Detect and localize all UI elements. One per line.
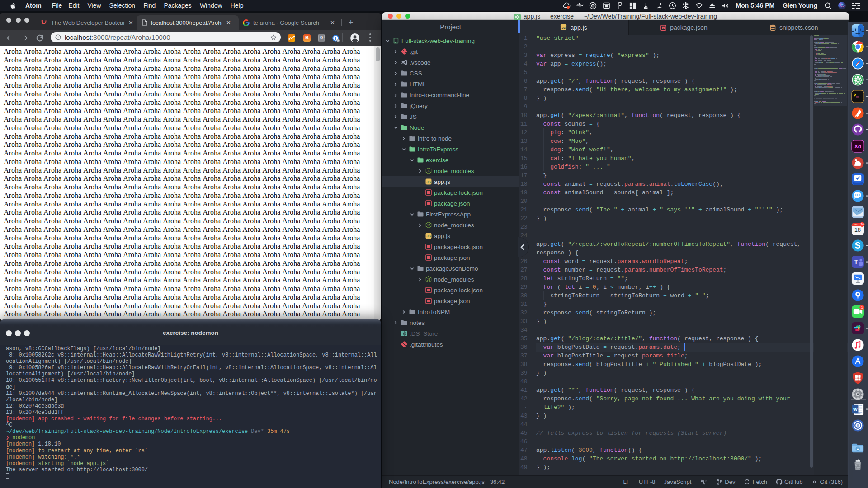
svg-text:JS: JS bbox=[427, 234, 431, 238]
svg-text:JS: JS bbox=[427, 224, 430, 227]
svg-text:1: 1 bbox=[861, 305, 863, 310]
svg-text:T: T bbox=[854, 259, 858, 266]
svg-text:JS: JS bbox=[427, 278, 430, 281]
svg-text:Xd: Xd bbox=[854, 143, 861, 149]
svg-text:MAR: MAR bbox=[854, 223, 859, 226]
svg-text:26: 26 bbox=[860, 223, 864, 226]
svg-text:18: 18 bbox=[854, 227, 861, 233]
svg-text:W: W bbox=[853, 407, 858, 412]
svg-text:JS: JS bbox=[562, 26, 566, 29]
svg-text:JS: JS bbox=[427, 180, 431, 184]
svg-text:JS: JS bbox=[427, 169, 430, 173]
